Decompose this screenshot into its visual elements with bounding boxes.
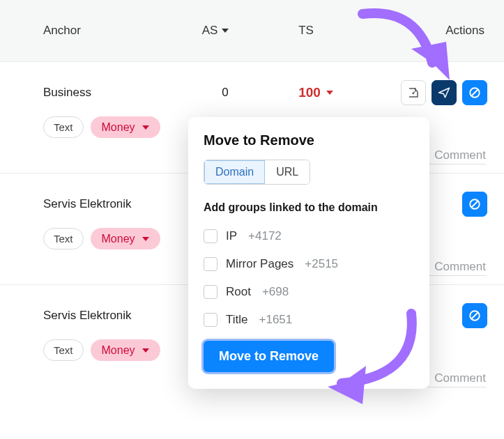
chevron-down-icon xyxy=(326,91,333,95)
col-ts: TS xyxy=(254,24,358,38)
group-option-mirror-pages[interactable]: Mirror Pages +2515 xyxy=(204,250,414,278)
export-icon xyxy=(407,86,420,99)
anchor-text: Business xyxy=(43,86,187,100)
checkbox[interactable] xyxy=(204,229,217,243)
block-icon xyxy=(468,86,481,99)
option-count: +2515 xyxy=(305,257,338,271)
col-as-label: AS xyxy=(202,24,218,38)
comment-label: Comment xyxy=(434,260,486,274)
checkbox[interactable] xyxy=(204,285,217,299)
block-icon xyxy=(468,198,481,210)
category-pill-money[interactable]: Money xyxy=(91,339,160,361)
move-to-remove-popover: Move to Remove Domain URL Add groups lin… xyxy=(188,117,429,389)
category-pill-money[interactable]: Money xyxy=(91,116,160,138)
type-pill-text[interactable]: Text xyxy=(43,116,84,138)
seg-domain[interactable]: Domain xyxy=(204,160,265,184)
col-as-sort[interactable]: AS xyxy=(177,24,254,38)
option-label: IP xyxy=(226,229,237,243)
money-label: Money xyxy=(102,344,135,357)
option-count: +4172 xyxy=(248,229,282,243)
anchor-text: Servis Elektronik xyxy=(43,309,187,323)
block-button[interactable] xyxy=(462,80,487,105)
money-label: Money xyxy=(102,233,135,245)
move-to-remove-button[interactable]: Move to Remove xyxy=(204,341,334,372)
paper-plane-icon xyxy=(438,86,450,99)
anchor-text: Servis Elektronik xyxy=(43,197,187,211)
option-count: +1651 xyxy=(259,313,293,327)
col-ts-label: TS xyxy=(298,24,314,38)
scope-segmented-control: Domain URL xyxy=(204,160,310,185)
chevron-down-icon xyxy=(142,125,149,130)
popover-title: Move to Remove xyxy=(204,132,414,148)
type-pill-text[interactable]: Text xyxy=(43,339,84,361)
send-button[interactable] xyxy=(432,80,457,105)
block-button[interactable] xyxy=(462,303,487,328)
option-label: Title xyxy=(226,313,248,327)
chevron-down-icon xyxy=(142,237,149,241)
comment-label: Comment xyxy=(434,371,486,385)
export-button[interactable] xyxy=(401,80,426,105)
option-label: Mirror Pages xyxy=(226,257,293,271)
checkbox[interactable] xyxy=(204,257,217,271)
block-button[interactable] xyxy=(462,192,487,217)
type-pill-text[interactable]: Text xyxy=(43,228,84,249)
table-header: Anchor AS TS Actions xyxy=(0,0,504,61)
svg-line-1 xyxy=(472,90,478,96)
col-anchor: Anchor xyxy=(17,24,177,38)
option-label: Root xyxy=(226,285,251,299)
seg-url[interactable]: URL xyxy=(265,160,310,184)
group-option-title[interactable]: Title +1651 xyxy=(204,306,414,334)
cell-as: 0 xyxy=(187,86,264,100)
category-pill-money[interactable]: Money xyxy=(91,228,160,249)
chevron-down-icon xyxy=(142,348,149,353)
svg-line-7 xyxy=(472,201,478,208)
option-count: +698 xyxy=(262,285,289,299)
cell-ts[interactable]: 100 xyxy=(264,85,368,100)
money-label: Money xyxy=(102,121,135,134)
group-option-ip[interactable]: IP +4172 xyxy=(204,222,414,250)
group-heading: Add groups linked to the domain xyxy=(204,201,414,214)
svg-line-13 xyxy=(472,313,478,319)
ts-value: 100 xyxy=(298,85,321,100)
checkbox[interactable] xyxy=(204,313,217,327)
group-option-root[interactable]: Root +698 xyxy=(204,278,414,306)
comment-label: Comment xyxy=(434,148,486,162)
chevron-down-icon xyxy=(222,29,229,33)
block-icon xyxy=(468,309,481,322)
col-actions: Actions xyxy=(358,24,487,38)
